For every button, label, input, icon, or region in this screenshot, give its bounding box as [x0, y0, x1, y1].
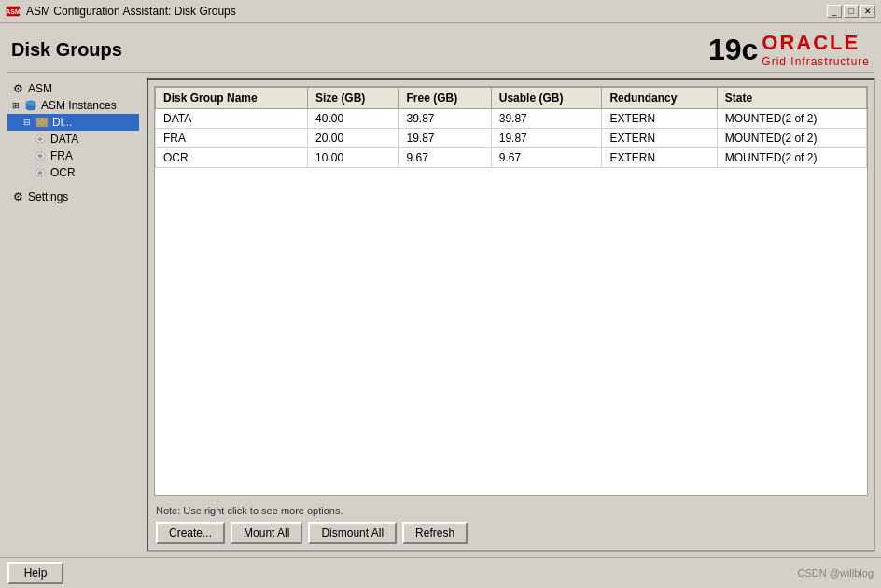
sidebar-label-ocr: OCR — [50, 166, 76, 179]
svg-point-11 — [38, 155, 42, 158]
oracle-brand: ORACLE Grid Infrastructure — [762, 31, 870, 68]
header-bar: Disk Groups 19c ORACLE Grid Infrastructu… — [0, 23, 881, 72]
footer: Help CSDN @willblog — [0, 557, 881, 588]
table-cell: 39.87 — [399, 109, 491, 129]
disk-small-icon-ocr — [34, 167, 47, 178]
table-row[interactable]: FRA20.0019.8719.87EXTERNMOUNTED(2 of 2) — [156, 129, 867, 148]
oracle-logo: 19c ORACLE Grid Infrastructure — [708, 31, 870, 68]
table-cell: MOUNTED(2 of 2) — [717, 129, 866, 148]
sidebar-item-fra[interactable]: FRA — [7, 147, 139, 164]
svg-point-9 — [38, 138, 42, 141]
sidebar-item-ocr[interactable]: OCR — [7, 164, 139, 181]
app-body: Disk Groups 19c ORACLE Grid Infrastructu… — [0, 23, 881, 588]
svg-point-13 — [38, 172, 42, 175]
table-cell: EXTERN — [602, 109, 717, 129]
table-body: DATA40.0039.8739.87EXTERNMOUNTED(2 of 2)… — [156, 109, 867, 168]
table-header-row: Disk Group Name Size (GB) Free (GB) Usab… — [156, 88, 867, 109]
help-button[interactable]: Help — [7, 562, 63, 584]
note-text: Note: Use right click to see more option… — [156, 505, 866, 516]
sidebar-item-asm-instances[interactable]: ⊞ ASM Instances — [7, 97, 139, 114]
table-cell: 40.00 — [308, 109, 399, 129]
mount-all-button[interactable]: Mount All — [231, 522, 302, 544]
title-bar-left: ASM ASM Configuration Assistant: Disk Gr… — [6, 4, 236, 19]
disk-groups-table: Disk Group Name Size (GB) Free (GB) Usab… — [155, 87, 867, 168]
col-header-state: State — [717, 88, 866, 109]
sidebar-item-disk-groups[interactable]: ⊟ Di... — [7, 114, 139, 131]
sidebar: ⚙ ASM ⊞ ASM Instances ⊟ — [6, 78, 141, 552]
table-cell: DATA — [156, 109, 308, 129]
table-cell: MOUNTED(2 of 2) — [717, 109, 866, 129]
right-panel: Disk Group Name Size (GB) Free (GB) Usab… — [147, 78, 875, 552]
button-row: Create... Mount All Dismount All Refresh — [156, 522, 866, 544]
table-header: Disk Group Name Size (GB) Free (GB) Usab… — [156, 88, 867, 109]
minimize-button[interactable]: _ — [827, 5, 842, 18]
window-title: ASM Configuration Assistant: Disk Groups — [26, 5, 236, 18]
table-cell: 19.87 — [491, 129, 602, 148]
sidebar-label-fra: FRA — [50, 149, 73, 162]
app-icon: ASM — [6, 4, 21, 19]
title-bar: ASM ASM Configuration Assistant: Disk Gr… — [0, 0, 881, 23]
table-cell: 9.67 — [491, 148, 602, 168]
svg-point-4 — [26, 106, 35, 110]
watermark: CSDN @willblog — [798, 567, 874, 579]
table-cell: OCR — [156, 148, 308, 168]
settings-section: ⚙ Settings — [7, 189, 139, 205]
refresh-button[interactable]: Refresh — [402, 522, 468, 544]
oracle-name: ORACLE — [762, 31, 860, 55]
main-content: ⚙ ASM ⊞ ASM Instances ⊟ — [0, 73, 881, 557]
dismount-all-button[interactable]: Dismount All — [308, 522, 397, 544]
sidebar-label-data: DATA — [50, 133, 78, 146]
disk-small-icon — [34, 133, 47, 145]
table-container[interactable]: Disk Group Name Size (GB) Free (GB) Usab… — [154, 86, 868, 496]
db-icon — [24, 99, 37, 112]
table-cell: 39.87 — [491, 109, 602, 129]
window-controls: _ □ ✕ — [827, 5, 875, 18]
col-header-usable: Usable (GB) — [491, 88, 602, 109]
expand-icon-disk-groups: ⊟ — [22, 118, 32, 127]
oracle-subtitle: Grid Infrastructure — [762, 55, 870, 68]
table-cell: 9.67 — [399, 148, 491, 168]
disk-small-icon-fra — [34, 150, 47, 161]
col-header-size: Size (GB) — [308, 88, 399, 109]
page-title: Disk Groups — [11, 39, 122, 61]
table-cell: 19.87 — [399, 129, 491, 148]
sidebar-label-asm-instances: ASM Instances — [41, 99, 117, 112]
sidebar-item-settings[interactable]: ⚙ Settings — [7, 189, 139, 205]
create-button[interactable]: Create... — [156, 522, 225, 544]
gear-icon: ⚙ — [11, 82, 24, 95]
maximize-button[interactable]: □ — [844, 5, 859, 18]
svg-text:ASM: ASM — [6, 8, 21, 15]
table-row[interactable]: DATA40.0039.8739.87EXTERNMOUNTED(2 of 2) — [156, 109, 867, 129]
col-header-name: Disk Group Name — [156, 88, 308, 109]
oracle-version: 19c — [708, 33, 758, 67]
footer-left: Help — [7, 562, 63, 584]
sidebar-item-asm[interactable]: ⚙ ASM — [7, 80, 139, 97]
table-cell: MOUNTED(2 of 2) — [717, 148, 866, 168]
col-header-redundancy: Redundancy — [602, 88, 717, 109]
table-cell: 20.00 — [308, 129, 399, 148]
disk-icon — [35, 117, 49, 128]
sidebar-label-disk-groups: Di... — [52, 116, 72, 129]
close-button[interactable]: ✕ — [860, 5, 875, 18]
expand-icon-asm-instances: ⊞ — [11, 101, 21, 110]
table-row[interactable]: OCR10.009.679.67EXTERNMOUNTED(2 of 2) — [156, 148, 867, 168]
sidebar-label-settings: Settings — [28, 190, 68, 203]
svg-point-7 — [41, 121, 43, 123]
table-cell: EXTERN — [602, 148, 717, 168]
table-cell: EXTERN — [602, 129, 717, 148]
col-header-free: Free (GB) — [399, 88, 491, 109]
sidebar-item-data[interactable]: DATA — [7, 131, 139, 147]
table-cell: 10.00 — [308, 148, 399, 168]
settings-gear-icon: ⚙ — [11, 190, 24, 203]
bottom-section: Note: Use right click to see more option… — [148, 501, 874, 550]
table-cell: FRA — [156, 129, 308, 148]
sidebar-label-asm: ASM — [28, 82, 52, 95]
